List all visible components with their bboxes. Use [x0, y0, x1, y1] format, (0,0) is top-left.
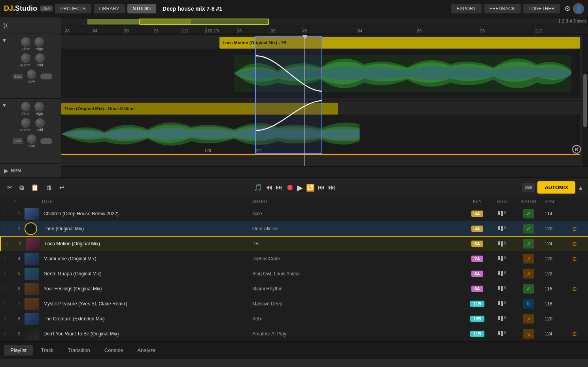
table-body: ⠿ 1 Children (Deep House Remix 2022) Nal… [0, 206, 588, 341]
table-row[interactable]: ⠿ 9 Don't You Want To Be (Original Mix) … [0, 326, 588, 341]
automix-r-icon[interactable]: R [572, 145, 581, 154]
scrollbar-thumb[interactable] [583, 74, 587, 127]
transport-bar: ✂ ⧉ 📋 🗑 ↩ 🎵 ⏮ ⏭ ⏺ ▶ 🔁 ⏮ ⏭ ⌨ AUTOMIX ▲ [0, 177, 588, 197]
drag-handle[interactable]: ⠿ [4, 301, 13, 306]
crossfade-overlay[interactable] [255, 36, 322, 154]
beat-4: 4 [570, 19, 572, 23]
copy-btn[interactable]: ⧉ [17, 183, 26, 193]
track1-low-knob[interactable] [27, 70, 36, 79]
col-title-header: TITLE [41, 199, 252, 204]
cut-btn[interactable]: ✂ [5, 182, 15, 193]
library-nav-btn[interactable]: LIBRARY [94, 4, 125, 13]
drag-handle[interactable]: ⠿ [4, 286, 13, 291]
table-row[interactable]: ⠿ 5 Gente Guapa (Original Mix) Blaq Owl,… [0, 266, 588, 281]
col-match: ✓ [513, 224, 545, 233]
track1-collapse-btn[interactable]: ▼ [2, 37, 7, 43]
drag-handle[interactable]: ⠿ [5, 242, 15, 246]
user-icon[interactable]: 👤 [573, 3, 584, 14]
track2-solo-btn[interactable]: Solo [13, 138, 23, 144]
track2-autom-knob[interactable] [21, 118, 30, 128]
track1-filter-knob[interactable] [21, 37, 30, 47]
skip-back-btn[interactable]: ⏮ [265, 183, 272, 192]
expand-left-btn[interactable]: ⟨⟨ [3, 22, 8, 29]
undo-btn[interactable]: ↩ [57, 182, 67, 193]
drag-handle[interactable]: ⠿ [4, 211, 13, 216]
track-title: Miami Vibe (Original Mix) [41, 256, 252, 262]
feedback-btn[interactable]: FEEDBACK [484, 4, 521, 13]
drag-handle[interactable]: ⠿ [4, 331, 13, 336]
table-row[interactable]: ⠿ 7 Mystic Pleasure (Yves St. Claire Rem… [0, 296, 588, 311]
drag-handle[interactable]: ⠿ [4, 316, 13, 321]
table-row[interactable]: ⠿ 4 Miami Vibe (Original Mix) DaBinciCod… [0, 251, 588, 266]
table-row[interactable]: ⠿ 1 Children (Deep House Remix 2022) Nal… [0, 206, 588, 221]
track2-mid-knob[interactable] [35, 118, 45, 128]
track-title: Then (Original Mix) [41, 226, 252, 231]
tab-track[interactable]: Track [34, 345, 60, 356]
projects-nav-btn[interactable]: PROJECTS [55, 4, 91, 13]
automix-btn[interactable]: AUTOMIX [537, 181, 575, 194]
table-row[interactable]: ⠿ 8 The Creature (Extended Mix) Kebi 12B… [0, 311, 588, 326]
next-track-btn[interactable]: ⏭ [328, 183, 335, 192]
track2-filter-knob[interactable] [21, 102, 30, 111]
fast-forward-btn[interactable]: ⏭ [276, 183, 283, 192]
tab-analyze[interactable]: Analyze [131, 345, 162, 356]
col-key: 4A [463, 226, 491, 232]
col-nrg-header: NRG [491, 199, 513, 204]
table-row[interactable]: ⠿ 2 Then (Original Mix) Onur Alkilinc 4A… [0, 221, 588, 236]
drag-handle[interactable]: ⠿ [4, 271, 13, 276]
col-match: ↘ [513, 329, 545, 339]
delete-btn[interactable]: 🗑 [43, 183, 55, 193]
track-artist: Massive Deep [252, 301, 463, 307]
track2-controls: ▼ Filter High Autom. [0, 99, 61, 164]
track2-high-knob[interactable] [34, 102, 44, 111]
track2-collapse-btn[interactable]: ▼ [2, 102, 7, 108]
metronome-btn[interactable]: 🎵 [253, 183, 262, 192]
minimap-viewport[interactable] [139, 19, 269, 25]
track1-toggle[interactable] [40, 73, 52, 79]
bpm-expand-btn[interactable]: ▶ [4, 168, 8, 174]
col-warn: ⊙ [572, 331, 584, 337]
studio-area: ⟨⟨ ▼ Filter High [0, 17, 588, 177]
orange-timeline: 120 124 [61, 154, 580, 155]
export-btn[interactable]: EXPORT [451, 4, 482, 13]
play-btn[interactable]: ▶ [297, 183, 303, 192]
track1-mid-knob[interactable] [35, 53, 45, 63]
track2-low-knob[interactable] [27, 134, 36, 144]
drag-handle[interactable]: ⠿ [4, 226, 13, 231]
track1-autom-knob[interactable] [21, 53, 30, 63]
track-title: Gente Guapa (Original Mix) [41, 271, 252, 277]
minimap[interactable]: 1 2 3 4 5 beats [61, 17, 588, 26]
tab-playlist[interactable]: Playlist [4, 345, 33, 356]
track-artist: Amateur At Play [252, 331, 463, 337]
tab-console[interactable]: Console [98, 345, 130, 356]
loop-btn[interactable]: 🔁 [306, 183, 315, 192]
track2-clip-title: Then (Original Mix) - Onur Alkilinc [64, 106, 134, 111]
col-match: ↗ [513, 314, 545, 324]
track-artist: 7B [253, 241, 464, 247]
table-row[interactable]: ⠿ 3 Loca Motion (Original Mix) 7B 5A ↗ 1… [0, 236, 588, 251]
track2-toggle[interactable] [40, 138, 52, 144]
crossfade-curves [256, 37, 321, 153]
timeline-scrollbar[interactable] [582, 35, 588, 166]
table-header: # TITLE ARTIST KEY NRG MATCH BPM [0, 197, 588, 206]
track-artist: Nale [252, 211, 463, 216]
track-thumb [25, 208, 39, 220]
studio-nav-btn[interactable]: STUDIO [127, 4, 156, 13]
col-match: ✓ [513, 284, 545, 294]
prev-track-btn[interactable]: ⏮ [318, 183, 325, 192]
col-nrg [491, 226, 513, 231]
together-btn[interactable]: TOGETHER [523, 4, 560, 13]
collapse-transport-btn[interactable]: ▲ [578, 184, 583, 191]
track1-high-knob[interactable] [34, 37, 44, 47]
table-row[interactable]: ⠿ 6 Your Feelings (Original Mix) Miami R… [0, 281, 588, 296]
track1-solo-btn[interactable]: Solo [13, 74, 23, 79]
tab-transition[interactable]: Transition [61, 345, 96, 356]
keyboard-btn[interactable]: ⌨ [522, 183, 535, 192]
track1-filter-label: Filter [22, 47, 30, 51]
paste-btn[interactable]: 📋 [28, 182, 41, 193]
record-btn[interactable]: ⏺ [286, 183, 294, 192]
settings-icon[interactable]: ⚙ [564, 4, 571, 13]
col-bpm: 124 [545, 331, 572, 337]
drag-handle[interactable]: ⠿ [4, 256, 13, 261]
playhead[interactable] [304, 35, 305, 166]
